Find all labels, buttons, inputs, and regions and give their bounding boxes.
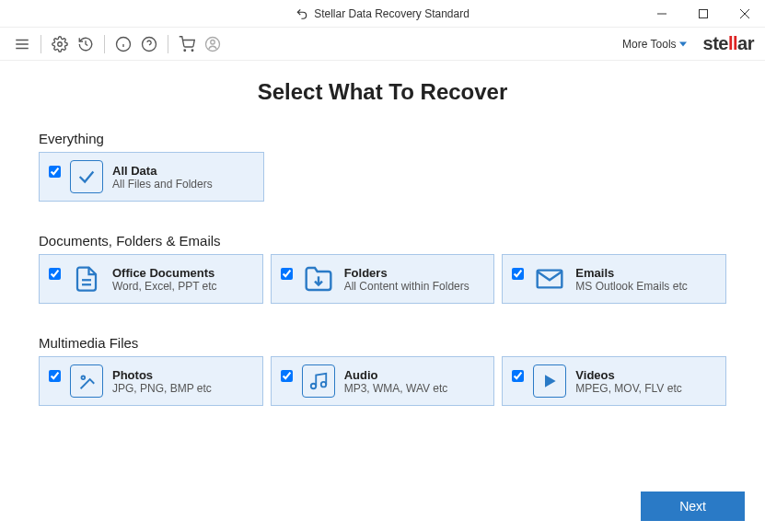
- info-icon: [115, 36, 132, 52]
- card-title: Office Documents: [112, 266, 217, 280]
- separator: [168, 35, 168, 53]
- checkbox-photos[interactable]: [49, 370, 61, 382]
- card-subtitle: MPEG, MOV, FLV etc: [575, 382, 681, 395]
- user-icon: [204, 36, 221, 52]
- svg-point-16: [211, 40, 215, 44]
- chevron-down-icon: [679, 40, 687, 48]
- checkmark-icon: [70, 160, 103, 193]
- document-icon: [70, 262, 103, 295]
- card-title: Emails: [575, 266, 687, 280]
- separator: [104, 35, 105, 53]
- cart-icon: [179, 36, 195, 52]
- svg-point-24: [320, 382, 326, 387]
- history-button[interactable]: [75, 33, 97, 55]
- window-controls: [641, 0, 765, 27]
- music-note-icon: [302, 364, 335, 398]
- svg-marker-25: [545, 375, 556, 387]
- play-icon: [533, 364, 566, 398]
- card-folders[interactable]: Folders All Content within Folders: [271, 254, 495, 304]
- titlebar: Stellar Data Recovery Standard: [0, 0, 765, 28]
- card-title: Photos: [112, 368, 212, 382]
- card-title: All Data: [112, 164, 213, 178]
- card-title: Audio: [344, 368, 448, 382]
- minimize-icon: [657, 9, 666, 18]
- card-subtitle: JPG, PNG, BMP etc: [112, 382, 212, 395]
- svg-marker-17: [679, 41, 687, 46]
- minimize-button[interactable]: [641, 0, 682, 28]
- maximize-button[interactable]: [682, 0, 724, 28]
- card-subtitle: Word, Excel, PPT etc: [112, 280, 217, 293]
- more-tools-label: More Tools: [622, 38, 676, 51]
- section-heading: Multimedia Files: [39, 335, 726, 351]
- checkbox-folders[interactable]: [281, 268, 293, 280]
- settings-button[interactable]: [49, 33, 71, 55]
- svg-point-14: [191, 50, 193, 52]
- card-subtitle: All Content within Folders: [344, 280, 469, 293]
- next-button[interactable]: Next: [641, 492, 745, 521]
- svg-point-23: [310, 384, 316, 389]
- window-title-text: Stellar Data Recovery Standard: [314, 7, 469, 20]
- svg-rect-1: [699, 9, 707, 17]
- card-audio[interactable]: Audio MP3, WMA, WAV etc: [271, 356, 495, 406]
- more-tools-dropdown[interactable]: More Tools: [622, 38, 686, 51]
- card-videos[interactable]: Videos MPEG, MOV, FLV etc: [502, 356, 726, 406]
- undo-icon: [296, 7, 308, 20]
- card-office-documents[interactable]: Office Documents Word, Excel, PPT etc: [39, 254, 263, 304]
- help-button[interactable]: [138, 33, 160, 55]
- toolbar: More Tools stellar: [0, 28, 765, 61]
- card-title: Folders: [344, 266, 469, 280]
- cart-button[interactable]: [176, 33, 198, 55]
- section-heading: Documents, Folders & Emails: [39, 233, 726, 249]
- image-icon: [70, 364, 103, 398]
- checkbox-office-documents[interactable]: [49, 268, 61, 280]
- section-heading: Everything: [39, 131, 726, 146]
- card-title: Videos: [575, 368, 681, 382]
- card-subtitle: All Files and Folders: [112, 178, 213, 191]
- svg-point-11: [143, 37, 156, 51]
- checkbox-emails[interactable]: [512, 268, 524, 280]
- footer: Next: [0, 480, 765, 532]
- user-button[interactable]: [202, 33, 224, 55]
- svg-point-7: [58, 41, 63, 46]
- info-button[interactable]: [112, 33, 134, 55]
- gear-icon: [52, 36, 68, 52]
- card-emails[interactable]: Emails MS Outlook Emails etc: [502, 254, 726, 304]
- page-title: Select What To Recover: [39, 79, 726, 105]
- section-multimedia: Multimedia Files Photos JPG, PNG, BMP et…: [39, 335, 726, 406]
- checkbox-audio[interactable]: [281, 370, 293, 382]
- window-title: Stellar Data Recovery Standard: [296, 7, 469, 20]
- section-everything: Everything All Data All Files and Folder…: [39, 131, 726, 202]
- section-documents: Documents, Folders & Emails Office Docum…: [39, 233, 726, 304]
- card-all-data[interactable]: All Data All Files and Folders: [39, 152, 264, 202]
- brand-logo: stellar: [703, 33, 754, 54]
- close-icon: [740, 9, 749, 18]
- envelope-icon: [533, 262, 566, 295]
- card-subtitle: MS Outlook Emails etc: [575, 280, 687, 293]
- checkbox-all-data[interactable]: [49, 166, 61, 178]
- card-photos[interactable]: Photos JPG, PNG, BMP etc: [39, 356, 263, 406]
- menu-button[interactable]: [11, 33, 33, 55]
- content: Select What To Recover Everything All Da…: [0, 61, 765, 480]
- close-button[interactable]: [724, 0, 765, 28]
- history-icon: [77, 36, 94, 52]
- svg-point-22: [82, 376, 86, 380]
- hamburger-icon: [14, 36, 30, 52]
- card-subtitle: MP3, WMA, WAV etc: [344, 382, 448, 395]
- folder-download-icon: [302, 262, 335, 295]
- svg-point-13: [184, 50, 186, 52]
- help-icon: [141, 36, 157, 52]
- separator: [41, 35, 41, 53]
- checkbox-videos[interactable]: [512, 370, 524, 382]
- maximize-icon: [699, 9, 708, 18]
